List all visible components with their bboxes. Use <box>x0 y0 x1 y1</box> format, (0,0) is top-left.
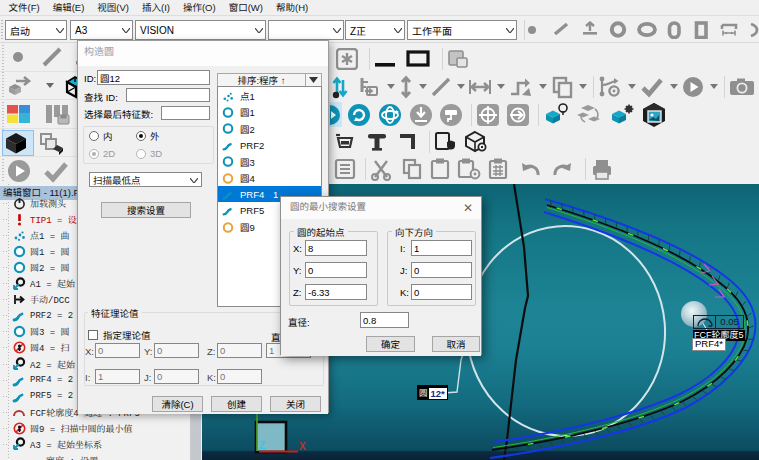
dd-icon[interactable] <box>710 84 718 90</box>
measurement-mode-combo[interactable]: VISION <box>135 20 266 40</box>
clipboard-paste-icon[interactable] <box>429 157 451 181</box>
jump-icon[interactable] <box>508 75 534 99</box>
tree-item[interactable]: A2 = 起始 <box>0 357 75 372</box>
roller-circle-icon[interactable] <box>438 102 464 128</box>
paste-icon[interactable] <box>446 48 470 70</box>
feature-list-item[interactable]: 点1 <box>218 88 321 104</box>
puzzle-icon[interactable] <box>574 102 604 128</box>
dots-icon[interactable] <box>222 90 234 102</box>
curve-icon[interactable] <box>12 309 26 323</box>
square-slot-icon[interactable] <box>693 21 709 39</box>
circle-cyan-icon[interactable] <box>222 123 234 135</box>
none-icon[interactable] <box>28 453 42 460</box>
half-sel-icon[interactable] <box>330 102 342 128</box>
clip-grid-icon[interactable] <box>487 157 511 181</box>
tree-item[interactable]: A3 = 起始坐标系 <box>0 437 102 452</box>
rect-black-icon[interactable] <box>405 48 431 70</box>
asterisk-box-icon[interactable] <box>336 48 358 70</box>
sz-input[interactable]: -6.33 <box>305 284 367 300</box>
bars-save-icon[interactable] <box>42 102 72 126</box>
target-box-icon[interactable] <box>475 102 501 128</box>
color-squares-icon[interactable] <box>4 102 34 126</box>
cube-photo-icon[interactable] <box>640 101 668 129</box>
close-button[interactable]: 关闭 <box>270 396 321 412</box>
circle-cyan-icon[interactable] <box>12 261 26 275</box>
orbit-circle-icon[interactable] <box>376 102 404 128</box>
menu-edit[interactable]: 编辑(E) <box>46 0 91 15</box>
dot-large-icon[interactable] <box>6 45 30 69</box>
tree-item[interactable]: PRF4 = 2 <box>0 373 73 388</box>
prf4-feature-label[interactable]: PRF4* <box>692 338 726 351</box>
tree-item[interactable]: 圆9 = 扫描中圆的最小值 <box>0 421 133 436</box>
cube-arrow-icon[interactable] <box>4 73 38 99</box>
arc-red-icon[interactable] <box>12 405 26 419</box>
axis-icon[interactable] <box>12 357 26 371</box>
cart-icon[interactable] <box>334 130 358 154</box>
point-icon[interactable] <box>524 21 540 37</box>
no-scan-icon[interactable] <box>12 421 26 435</box>
arrow-v-icon[interactable] <box>398 75 414 99</box>
slash-gray-icon[interactable] <box>430 75 452 99</box>
tree-item[interactable]: 手动/DCC <box>0 292 70 307</box>
undo-icon[interactable] <box>516 157 544 181</box>
find-id-input[interactable] <box>126 88 210 102</box>
cube-gear-outline-icon[interactable] <box>463 130 489 154</box>
check-gray-icon[interactable] <box>42 159 70 183</box>
tree-item[interactable]: PRF5 = 2 <box>0 389 73 404</box>
ellipse-icon[interactable] <box>637 21 657 38</box>
sj-input[interactable]: 0 <box>411 262 472 278</box>
cube-bulb-icon[interactable] <box>542 102 570 128</box>
width-icon[interactable] <box>748 21 759 39</box>
circle-orange-icon[interactable] <box>222 221 234 233</box>
menu-file[interactable]: 文件(F) <box>2 0 46 15</box>
probe-key-icon[interactable] <box>354 75 382 99</box>
dd-icon[interactable] <box>579 84 587 90</box>
curve-icon[interactable] <box>12 373 26 387</box>
theo-k-input[interactable]: 0 <box>217 369 262 384</box>
dd-icon[interactable] <box>670 84 678 90</box>
probe-combo[interactable]: A3 <box>70 20 133 40</box>
cube-pair-icon[interactable] <box>37 130 67 156</box>
tree-item[interactable]: 圆1 = 圆 <box>0 244 70 259</box>
tree-item[interactable]: 加载测头 <box>0 196 66 211</box>
ok-button[interactable]: 确定 <box>366 336 415 352</box>
manual-arrow-icon[interactable] <box>12 293 26 307</box>
feature-list-item[interactable]: 圆3 <box>218 154 321 170</box>
menu-window[interactable]: 窗口(W) <box>222 0 269 15</box>
feature-list-sort-header[interactable]: 排序:程序 ↑ <box>217 73 322 87</box>
redo-icon[interactable] <box>549 157 577 181</box>
id-input[interactable]: 圆12 <box>97 70 210 85</box>
dd-icon[interactable] <box>628 84 636 90</box>
theo-x-input[interactable]: 0 <box>95 343 140 358</box>
copy-pages-icon[interactable] <box>400 157 424 181</box>
tree-item[interactable]: PRF2 = 2 <box>0 308 73 323</box>
probe-circle-icon[interactable] <box>408 102 434 128</box>
si-input[interactable]: 1 <box>411 240 472 256</box>
workplane-combo[interactable]: 工作平面 <box>407 20 517 40</box>
dd-icon[interactable] <box>539 84 547 90</box>
curve-icon[interactable] <box>222 205 234 217</box>
sdia-input[interactable]: 0.8 <box>360 312 409 328</box>
radio-3d[interactable]: 3D <box>136 148 162 159</box>
dd-icon[interactable] <box>457 84 465 90</box>
feature-list-item[interactable]: 圆2 <box>218 121 321 137</box>
rotate-circle-icon[interactable] <box>346 102 372 128</box>
tree-item[interactable]: 圆4 = 扫 <box>0 340 70 355</box>
sort-dropdown-button[interactable] <box>305 74 321 86</box>
rectangle-icon[interactable] <box>719 21 739 39</box>
radio-outer[interactable]: 外 <box>136 129 160 143</box>
dd-icon[interactable] <box>419 84 427 90</box>
copy-gray-icon[interactable] <box>550 75 574 99</box>
circle-cyan-icon[interactable] <box>12 325 26 339</box>
circle-cyan-icon[interactable] <box>222 106 234 118</box>
curve-icon[interactable] <box>222 139 234 151</box>
camera-icon[interactable] <box>728 76 756 98</box>
tee-icon[interactable] <box>364 130 390 154</box>
cube-gear-icon[interactable] <box>608 102 636 128</box>
curve-icon[interactable] <box>12 389 26 403</box>
menu-operation[interactable]: 操作(O) <box>176 0 222 15</box>
circle-icon[interactable] <box>609 21 627 38</box>
cube-black-icon[interactable] <box>3 131 29 155</box>
theo-i-input[interactable]: 1 <box>95 369 140 384</box>
dd-icon[interactable] <box>497 84 505 90</box>
